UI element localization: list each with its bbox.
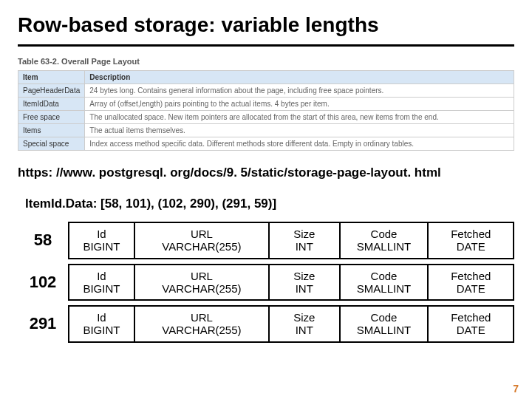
column-type: INT [273,282,336,295]
column-cell: URLVARCHAR(255) [134,306,269,342]
column-name: URL [138,311,265,324]
column-cell: URLVARCHAR(255) [134,222,269,259]
column-type: DATE [432,282,510,295]
row-columns-table: IdBIGINTURLVARCHAR(255)SizeINTCodeSMALLI… [68,264,514,301]
column-cell: SizeINT [269,306,340,342]
column-name: Code [344,311,425,324]
storage-row: 291IdBIGINTURLVARCHAR(255)SizeINTCodeSMA… [22,305,514,343]
column-name: URL [138,228,265,240]
column-cell: FetchedDATE [428,306,514,342]
column-name: Size [273,311,336,324]
layout-row-item: Items [18,124,85,137]
storage-row: 102IdBIGINTURLVARCHAR(255)SizeINTCodeSMA… [22,264,514,301]
column-type: VARCHAR(255) [138,240,265,253]
row-columns-table: IdBIGINTURLVARCHAR(255)SizeINTCodeSMALLI… [68,305,514,343]
source-url: https: //www. postgresql. org/docs/9. 5/… [18,166,514,180]
column-cell: URLVARCHAR(255) [134,265,269,301]
layout-row-item: ItemIdData [18,98,85,111]
column-cell: IdBIGINT [69,265,134,301]
layout-row-desc: Array of (offset,length) pairs pointing … [85,98,514,111]
column-name: Size [273,270,336,282]
column-name: Id [72,311,131,324]
column-name: Id [72,228,131,240]
slide-title: Row-based storage: variable lengths [18,13,514,37]
column-cell: FetchedDATE [428,265,514,301]
column-cell: CodeSMALLINT [340,265,429,301]
column-name: Fetched [432,270,510,282]
row-offset: 291 [22,314,68,333]
column-cell: CodeSMALLINT [340,222,429,259]
column-name: Size [273,228,336,240]
column-type: DATE [432,324,510,336]
storage-row: 58IdBIGINTURLVARCHAR(255)SizeINTCodeSMAL… [22,222,514,259]
column-name: Id [72,270,131,282]
column-name: URL [138,270,265,282]
column-type: BIGINT [72,282,131,295]
column-cell: CodeSMALLINT [340,306,429,342]
row-offset: 102 [22,273,68,292]
column-cell: IdBIGINT [69,222,134,259]
column-type: VARCHAR(255) [138,324,265,336]
layout-row-desc: The unallocated space. New item pointers… [85,111,514,124]
layout-row-desc: The actual items themselves. [85,124,514,137]
column-type: INT [273,324,336,336]
table-row: PageHeaderData24 bytes long. Contains ge… [18,84,514,98]
page-number: 7 [513,383,519,395]
column-type: BIGINT [72,240,131,253]
table-row: ItemIdDataArray of (offset,length) pairs… [18,98,514,111]
column-type: DATE [432,240,510,253]
column-name: Code [344,270,425,282]
column-cell: SizeINT [269,265,340,301]
column-type: VARCHAR(255) [138,282,265,295]
row-columns-table: IdBIGINTURLVARCHAR(255)SizeINTCodeSMALLI… [68,222,514,259]
layout-header-desc: Description [85,71,514,84]
column-type: SMALLINT [344,282,425,295]
layout-row-desc: 24 bytes long. Contains general informat… [85,84,514,98]
layout-row-item: Special space [18,137,85,151]
title-rule [18,44,514,47]
table-row: Special spaceIndex access method specifi… [18,137,514,151]
column-type: SMALLINT [344,324,425,336]
layout-row-item: PageHeaderData [18,84,85,98]
layout-row-item: Free space [18,111,85,124]
column-cell: IdBIGINT [69,306,134,342]
column-cell: FetchedDATE [428,222,514,259]
column-cell: SizeINT [269,222,340,259]
layout-row-desc: Index access method specific data. Diffe… [85,137,514,151]
column-name: Fetched [432,311,510,324]
itemid-data-line: ItemId.Data: [58, 101), (102, 290), (291… [25,197,514,211]
column-name: Code [344,228,425,240]
column-name: Fetched [432,228,510,240]
layout-header-item: Item [18,71,85,84]
layout-table-caption: Table 63-2. Overall Page Layout [18,57,514,66]
row-offset: 58 [22,231,68,250]
table-row: Free spaceThe unallocated space. New ite… [18,111,514,124]
column-type: INT [273,240,336,253]
column-type: BIGINT [72,324,131,336]
page-layout-table: Item Description PageHeaderData24 bytes … [18,70,514,151]
table-row: ItemsThe actual items themselves. [18,124,514,137]
column-type: SMALLINT [344,240,425,253]
storage-rows-group: 58IdBIGINTURLVARCHAR(255)SizeINTCodeSMAL… [22,222,514,343]
